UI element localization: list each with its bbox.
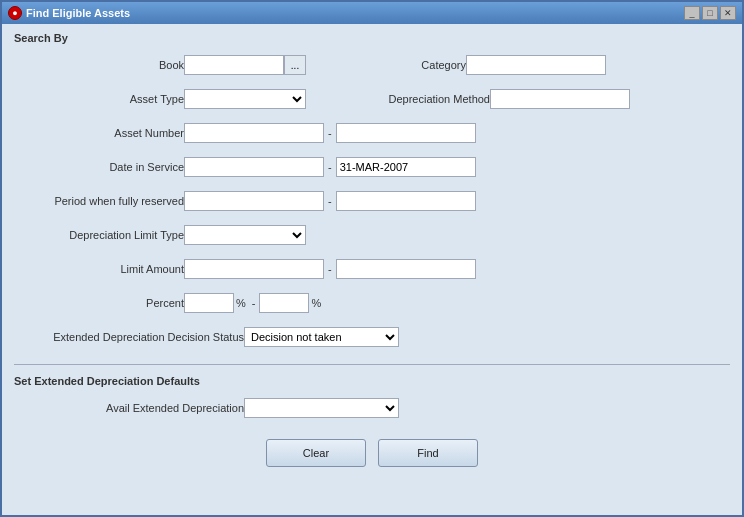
search-by-label: Search By xyxy=(14,32,730,44)
avail-extended-depreciation-label: Avail Extended Depreciation xyxy=(14,402,244,414)
percent-row: Percent % - % xyxy=(14,292,730,314)
asset-number-from-input[interactable] xyxy=(184,123,324,143)
limit-amount-label: Limit Amount xyxy=(14,263,184,275)
period-separator: - xyxy=(324,195,336,207)
date-in-service-to-input[interactable] xyxy=(336,157,476,177)
book-label: Book xyxy=(14,59,184,71)
close-button[interactable]: ✕ xyxy=(720,6,736,20)
extended-decision-status-row: Extended Depreciation Decision Status De… xyxy=(14,326,730,348)
app-icon: ● xyxy=(8,6,22,20)
clear-button[interactable]: Clear xyxy=(266,439,366,467)
category-input[interactable] xyxy=(466,55,606,75)
section-divider xyxy=(14,364,730,365)
date-in-service-row: Date in Service - xyxy=(14,156,730,178)
date-in-service-from-input[interactable] xyxy=(184,157,324,177)
minimize-button[interactable]: _ xyxy=(684,6,700,20)
extended-decision-status-select[interactable]: Decision not taken Taken Not Applicable xyxy=(244,327,399,347)
period-to-input[interactable] xyxy=(336,191,476,211)
depreciation-limit-type-select[interactable]: Amount Percentage xyxy=(184,225,306,245)
depreciation-limit-type-row: Depreciation Limit Type Amount Percentag… xyxy=(14,224,730,246)
find-button[interactable]: Find xyxy=(378,439,478,467)
set-defaults-label: Set Extended Depreciation Defaults xyxy=(14,375,730,387)
period-from-input[interactable] xyxy=(184,191,324,211)
window-title: Find Eligible Assets xyxy=(26,7,130,19)
title-bar-left: ● Find Eligible Assets xyxy=(8,6,130,20)
extended-decision-status-label: Extended Depreciation Decision Status xyxy=(14,331,244,343)
book-browse-button[interactable]: ... xyxy=(284,55,306,75)
asset-number-to-input[interactable] xyxy=(336,123,476,143)
depreciation-method-input[interactable] xyxy=(490,89,630,109)
percent-separator: - xyxy=(248,297,260,309)
percent-label: Percent xyxy=(14,297,184,309)
limit-amount-from-input[interactable] xyxy=(184,259,324,279)
maximize-button[interactable]: □ xyxy=(702,6,718,20)
date-separator: - xyxy=(324,161,336,173)
window-controls: _ □ ✕ xyxy=(684,6,736,20)
depreciation-method-label: Depreciation Method xyxy=(320,93,490,105)
book-category-row: Book ... Category xyxy=(14,54,730,76)
percent-to-sign: % xyxy=(309,297,323,309)
avail-extended-depreciation-row: Avail Extended Depreciation Yes No xyxy=(14,397,730,419)
percent-from-input[interactable] xyxy=(184,293,234,313)
title-bar: ● Find Eligible Assets _ □ ✕ xyxy=(2,2,742,24)
asset-number-row: Asset Number - xyxy=(14,122,730,144)
asset-number-label: Asset Number xyxy=(14,127,184,139)
period-fully-reserved-row: Period when fully reserved - xyxy=(14,190,730,212)
limit-amount-to-input[interactable] xyxy=(336,259,476,279)
avail-extended-depreciation-select[interactable]: Yes No xyxy=(244,398,399,418)
period-fully-reserved-label: Period when fully reserved xyxy=(14,195,184,207)
percent-from-sign: % xyxy=(234,297,248,309)
asset-type-depr-method-row: Asset Type Capitalized Expensed CIP Depr… xyxy=(14,88,730,110)
date-in-service-label: Date in Service xyxy=(14,161,184,173)
button-row: Clear Find xyxy=(14,439,730,467)
asset-number-separator: - xyxy=(324,127,336,139)
limit-amount-row: Limit Amount - xyxy=(14,258,730,280)
content-area: Search By Book ... Category Asset Type C… xyxy=(2,24,742,515)
percent-to-input[interactable] xyxy=(259,293,309,313)
book-input[interactable] xyxy=(184,55,284,75)
limit-separator: - xyxy=(324,263,336,275)
category-label: Category xyxy=(336,59,466,71)
depreciation-limit-type-label: Depreciation Limit Type xyxy=(14,229,184,241)
main-window: ● Find Eligible Assets _ □ ✕ Search By B… xyxy=(0,0,744,517)
asset-type-label: Asset Type xyxy=(14,93,184,105)
asset-type-select[interactable]: Capitalized Expensed CIP xyxy=(184,89,306,109)
